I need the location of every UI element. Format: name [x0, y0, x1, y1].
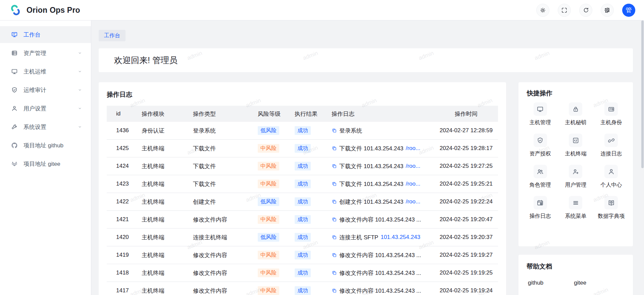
quick-action-role-manage[interactable]: 角色管理	[523, 165, 558, 188]
copy-icon[interactable]	[332, 163, 337, 169]
cell-module: 主机终端	[136, 198, 188, 206]
gear-icon	[604, 7, 610, 13]
cell-result: 成功	[289, 215, 326, 224]
desktop-icon	[11, 68, 18, 75]
cell-log: 登录系统	[326, 127, 434, 135]
quick-action-data-dict[interactable]: 数据字典项	[593, 196, 629, 219]
quick-action-sys-menu[interactable]: 系统菜单	[558, 196, 594, 219]
cell-log: 连接主机 SFTP 101.43.254.243	[326, 234, 434, 241]
cell-type: 修改文件内容	[188, 269, 252, 277]
quick-action-connect-log[interactable]: 连接日志	[593, 134, 629, 157]
sidebar-item-workbench[interactable]: 工作台	[0, 26, 91, 43]
refresh-button[interactable]	[579, 4, 592, 17]
cell-risk: 中风险	[252, 180, 289, 188]
cell-module: 主机终端	[136, 180, 188, 188]
chevron-down-icon	[78, 106, 82, 111]
copy-icon[interactable]	[332, 235, 337, 240]
quick-action-host-manage[interactable]: 主机管理	[523, 102, 558, 126]
table-row: 1420 主机终端 连接主机终端 低风险 成功 连接主机 SFTP 101.43…	[107, 229, 498, 246]
table-row: 1425 主机终端 下载文件 中风险 成功 下载文件 101.43.254.24…	[107, 140, 498, 157]
copy-icon[interactable]	[332, 128, 337, 133]
log-link[interactable]: /roo...	[406, 198, 420, 205]
cell-module: 主机终端	[136, 269, 188, 277]
table-row: 1423 主机终端 下载文件 中风险 成功 下载文件 101.43.254.24…	[107, 175, 498, 193]
sidebar-item-host-ops[interactable]: 主机运维	[0, 63, 91, 80]
cell-log: 修改文件内容 101.43.254.243 ...	[326, 287, 434, 295]
cell-type: 修改文件内容	[188, 216, 252, 224]
theme-toggle-button[interactable]	[536, 4, 549, 17]
cell-module: 主机终端	[136, 216, 188, 224]
sidebar-item-audit[interactable]: 运维审计	[0, 82, 91, 98]
sidebar-item-label: 项目地址 github	[23, 142, 63, 149]
user-avatar[interactable]: 管	[622, 4, 635, 17]
vertical-scrollbar[interactable]	[641, 0, 644, 295]
log-link[interactable]: 101.43.254.243	[381, 234, 420, 241]
cell-type: 修改文件内容	[188, 251, 252, 259]
sidebar-item-label: 工作台	[23, 31, 41, 39]
quick-action-asset-auth[interactable]: 资产授权	[523, 134, 558, 157]
quick-action-host-key[interactable]: 主机秘钥	[558, 102, 594, 126]
help-link-github[interactable]: github	[528, 280, 543, 286]
sidebar-item-system-settings[interactable]: 系统设置	[0, 118, 91, 135]
copy-icon[interactable]	[332, 288, 337, 293]
fullscreen-icon	[561, 7, 567, 13]
copy-icon[interactable]	[332, 146, 337, 151]
log-link[interactable]: /roo...	[406, 163, 420, 169]
result-badge: 成功	[295, 268, 311, 277]
quick-action-user-manage[interactable]: 用户管理	[558, 165, 594, 188]
cell-id: 1436	[107, 127, 136, 134]
sidebar-item-label: 项目地址 gitee	[23, 160, 60, 168]
sidebar-item-assets[interactable]: 资产管理	[0, 45, 91, 61]
log-link[interactable]: /roo...	[406, 145, 420, 152]
sidebar-item-github[interactable]: 项目地址 github	[0, 137, 91, 154]
chevron-down-icon	[78, 69, 82, 74]
log-text: 下载文件 101.43.254.243	[339, 180, 403, 188]
cell-module: 主机终端	[136, 287, 188, 295]
copy-icon[interactable]	[332, 181, 337, 187]
quick-action-host-identity[interactable]: 主机身份	[593, 102, 629, 126]
tab-bar: 工作台	[99, 30, 633, 41]
quick-action-host-terminal[interactable]: 主机终端	[558, 134, 594, 157]
book-icon	[608, 199, 615, 206]
cell-risk: 中风险	[252, 286, 289, 295]
cell-id: 1424	[107, 163, 136, 169]
shield-check-icon	[537, 137, 544, 144]
chevron-down-icon	[78, 51, 82, 55]
result-badge: 成功	[295, 215, 311, 224]
sidebar-item-label: 主机运维	[23, 68, 46, 76]
scrollbar-thumb[interactable]	[641, 20, 644, 168]
app-window: Orion Ops Pro	[0, 0, 644, 295]
log-link[interactable]: /roo...	[406, 181, 420, 187]
quick-action-profile[interactable]: 个人中心	[593, 165, 629, 188]
sidebar-item-gitee[interactable]: 项目地址 gitee	[0, 155, 91, 172]
chevron-down-icon	[78, 88, 82, 92]
settings-button[interactable]	[601, 4, 614, 17]
cell-result: 成功	[289, 268, 326, 277]
copy-icon[interactable]	[332, 217, 337, 222]
desktop-icon	[537, 106, 544, 113]
result-badge: 成功	[295, 162, 311, 170]
right-panel: 快捷操作 主机管理 主机秘钥	[518, 82, 633, 295]
risk-badge: 中风险	[258, 162, 279, 170]
table-row: 1419 主机终端 修改文件内容 中风险 成功 修改文件内容 101.43.25…	[107, 246, 498, 264]
help-link-gitee[interactable]: gitee	[574, 280, 586, 286]
tab-workbench[interactable]: 工作台	[99, 30, 126, 41]
quick-action-op-log[interactable]: 操作日志	[523, 196, 558, 219]
cell-time: 2024-02-25 19:22:24	[434, 198, 498, 205]
fullscreen-button[interactable]	[558, 4, 571, 17]
risk-badge: 中风险	[258, 180, 279, 188]
cell-risk: 中风险	[252, 162, 289, 170]
id-card-icon	[608, 106, 615, 113]
cell-result: 成功	[289, 197, 326, 206]
cell-log: 修改文件内容 101.43.254.243 ...	[326, 216, 434, 224]
risk-badge: 中风险	[258, 215, 279, 224]
cell-risk: 中风险	[252, 251, 289, 259]
refresh-icon	[583, 7, 589, 13]
chevron-down-icon	[78, 125, 82, 129]
quick-actions-title: 快捷操作	[527, 89, 629, 98]
copy-icon[interactable]	[332, 270, 337, 276]
sidebar-item-user-settings[interactable]: 用户设置	[0, 100, 91, 117]
copy-icon[interactable]	[332, 252, 337, 258]
copy-icon[interactable]	[332, 199, 337, 204]
risk-badge: 中风险	[258, 251, 279, 259]
